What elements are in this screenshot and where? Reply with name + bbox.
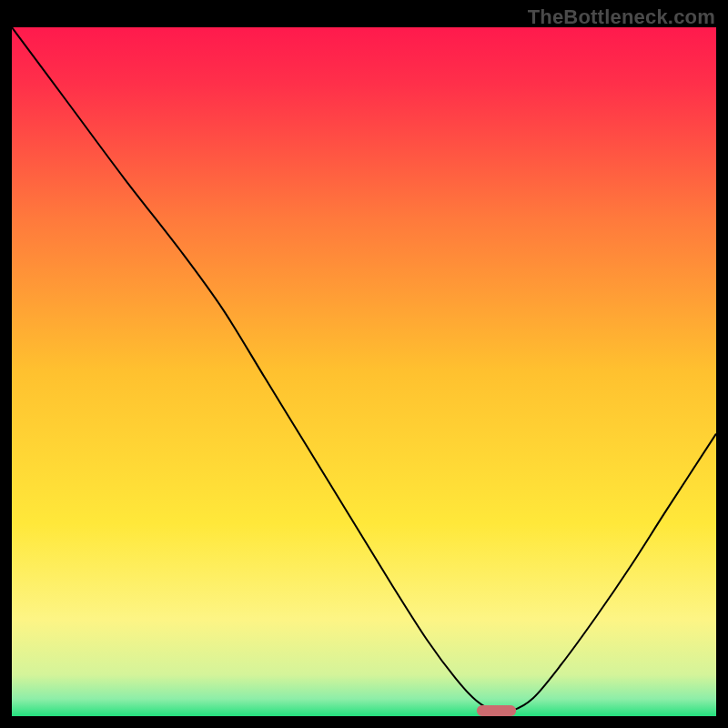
gradient-background (12, 27, 716, 716)
bottleneck-chart-svg (12, 27, 716, 716)
plot-area (12, 27, 716, 716)
chart-frame: TheBottleneck.com (0, 0, 728, 728)
watermark-text: TheBottleneck.com (528, 5, 715, 29)
optimal-marker (477, 705, 516, 716)
